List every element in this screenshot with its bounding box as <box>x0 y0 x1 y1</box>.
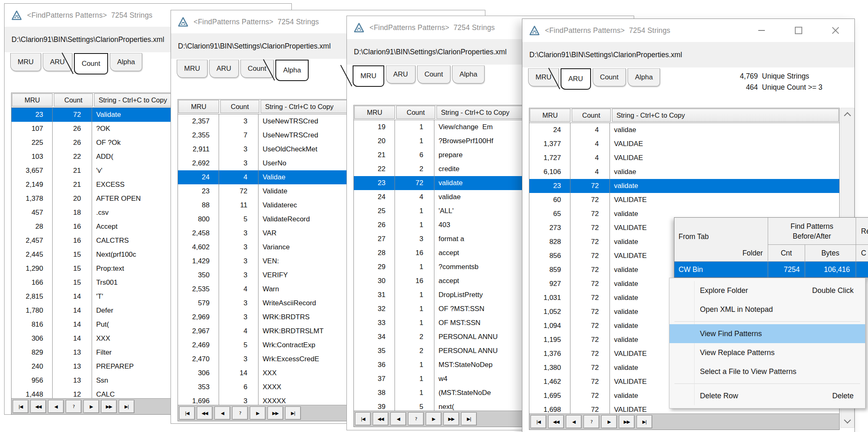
nav-rewind-button[interactable]: ◀◀ <box>197 406 212 420</box>
tab-alpha[interactable]: Alpha <box>628 68 660 86</box>
nav-last-button[interactable]: ▶| <box>637 415 652 428</box>
maximize-button[interactable] <box>790 23 807 38</box>
mru-cell: 273 <box>529 221 570 235</box>
column-group-replace-partial[interactable]: Re C <box>856 218 868 261</box>
menu-item-explore-folder[interactable]: Explore FolderDouble Click <box>669 281 865 300</box>
column-header-bytes[interactable]: Bytes <box>805 245 856 261</box>
folder-name: CW Bin <box>674 262 768 277</box>
column-header-count[interactable]: Count <box>220 100 259 113</box>
table-row[interactable]: 23 72 validate <box>529 179 839 193</box>
tab-count[interactable]: Count <box>74 53 108 74</box>
nav-next-button[interactable]: ▶ <box>83 400 99 413</box>
nav-forward-button[interactable]: ▶▶ <box>443 412 459 425</box>
menu-item-open-xml-in-notepad[interactable]: Open XML in Notepad <box>669 300 865 319</box>
nav-first-button[interactable]: |◀ <box>531 415 546 428</box>
nav-next-button[interactable]: ▶ <box>426 412 441 425</box>
vcr-navigation-bar[interactable]: |◀ ◀◀ ◀ ? ▶ ▶▶ ▶| <box>529 413 839 430</box>
minimize-icon <box>758 30 765 31</box>
column-header-from-tab[interactable]: From Tab Folder <box>674 218 768 261</box>
mru-cell: 27 <box>354 232 395 246</box>
title-bar[interactable]: <FindPatterns Patterns> 7254 Strings <box>522 19 854 42</box>
scroll-up-icon[interactable] <box>845 111 850 118</box>
nav-last-button[interactable]: ▶| <box>119 400 134 413</box>
table-row[interactable]: 1,377 4 VALIDAE <box>529 137 839 151</box>
menu-item-view-replace-patterns[interactable]: View Replace Patterns <box>669 343 865 362</box>
nav-first-button[interactable]: |◀ <box>179 406 195 420</box>
tab-count[interactable]: Count <box>417 65 450 84</box>
nav-last-button[interactable]: ▶| <box>285 406 301 420</box>
menu-item-delete-row[interactable]: Delete RowDelete <box>669 386 865 405</box>
table-row[interactable]: 1,727 4 VALIDAE <box>529 151 839 165</box>
nav-rewind-button[interactable]: ◀◀ <box>30 400 46 413</box>
nav-next-button[interactable]: ▶ <box>601 415 617 428</box>
menu-item-select-a-file-to-view-patterns[interactable]: Select a File to View Patterns <box>669 362 865 381</box>
count-cell: 72 <box>570 263 610 277</box>
nav-forward-button[interactable]: ▶▶ <box>268 406 283 420</box>
count-cell: 72 <box>570 319 610 333</box>
nav-prev-button[interactable]: ◀ <box>215 406 230 420</box>
tab-mru[interactable]: MRU <box>10 53 41 71</box>
scroll-down-icon[interactable] <box>845 418 850 424</box>
list-header: MRU Count String - Ctrl+C to Copy <box>529 108 839 123</box>
mru-cell: 2,911 <box>178 142 219 156</box>
nav-locate-button[interactable]: ? <box>584 415 599 428</box>
tab-aru[interactable]: ARU <box>386 65 416 84</box>
count-cell: 3 <box>219 352 259 366</box>
count-cell: 1 <box>395 372 434 386</box>
nav-locate-button[interactable]: ? <box>232 406 248 420</box>
nav-prev-button[interactable]: ◀ <box>48 400 64 413</box>
menu-item-view-find-patterns[interactable]: View Find Patterns <box>669 324 865 343</box>
tab-mru[interactable]: MRU <box>177 60 208 78</box>
column-header-mru[interactable]: MRU <box>354 106 395 119</box>
nav-prev-button[interactable]: ◀ <box>566 415 582 428</box>
column-header-count[interactable]: Count <box>396 106 435 119</box>
nav-locate-button[interactable]: ? <box>66 400 81 413</box>
nav-last-button[interactable]: ▶| <box>461 412 477 425</box>
count-cell: 12 <box>53 388 92 398</box>
minimize-button[interactable] <box>753 23 770 38</box>
table-row[interactable]: 24 4 validae <box>529 123 839 137</box>
nav-first-button[interactable]: |◀ <box>355 412 371 425</box>
mru-cell: 39 <box>354 400 395 411</box>
mru-cell: 23 <box>178 184 219 198</box>
table-row[interactable]: 60 72 VALIDATE <box>529 193 839 207</box>
count-cell: 4 <box>219 282 259 296</box>
tab-mru[interactable]: MRU <box>353 65 384 87</box>
nav-rewind-button[interactable]: ◀◀ <box>548 415 564 428</box>
count-cell: 1 <box>395 204 434 218</box>
nav-first-button[interactable]: |◀ <box>13 400 28 413</box>
close-button[interactable] <box>827 23 844 38</box>
nav-rewind-button[interactable]: ◀◀ <box>373 412 388 425</box>
count-cell: 14 <box>53 304 92 318</box>
column-header-cnt[interactable]: Cnt <box>768 245 805 261</box>
count-cell: 3 <box>219 254 259 268</box>
nav-prev-button[interactable]: ◀ <box>390 412 406 425</box>
column-header-count[interactable]: Count <box>54 93 93 107</box>
mru-cell: 23 <box>12 108 53 122</box>
column-header-mru[interactable]: MRU <box>530 109 570 122</box>
mru-cell: 2,445 <box>12 248 53 262</box>
column-header-mru[interactable]: MRU <box>12 93 53 107</box>
column-group-find-patterns[interactable]: Find Patterns Before/After Cnt Bytes <box>768 218 856 261</box>
column-header-count[interactable]: Count <box>572 109 611 122</box>
count-cell: 3 <box>219 142 259 156</box>
tab-alpha[interactable]: Alpha <box>275 60 309 81</box>
tab-alpha[interactable]: Alpha <box>110 53 142 71</box>
menu-item-label: Delete Row <box>700 392 738 400</box>
column-header-string[interactable]: String - Ctrl+C to Copy <box>612 109 839 122</box>
folder-row-cw-bin[interactable]: CW Bin 7254 106,416 <box>674 261 868 277</box>
tab-count[interactable]: Count <box>593 68 626 86</box>
tab-aru[interactable]: ARU <box>561 68 591 90</box>
column-header-mru[interactable]: MRU <box>178 100 219 113</box>
mru-cell: 4,602 <box>178 240 219 254</box>
nav-locate-button[interactable]: ? <box>408 412 424 425</box>
tab-alpha[interactable]: Alpha <box>452 65 485 84</box>
table-row[interactable]: 6,106 4 validae <box>529 165 839 179</box>
tab-aru[interactable]: ARU <box>43 53 72 71</box>
tab-aru[interactable]: ARU <box>209 60 239 78</box>
mru-cell: 35 <box>354 344 395 358</box>
nav-forward-button[interactable]: ▶▶ <box>101 400 117 413</box>
nav-next-button[interactable]: ▶ <box>250 406 265 420</box>
nav-forward-button[interactable]: ▶▶ <box>619 415 635 428</box>
count-cell: 18 <box>53 206 92 220</box>
